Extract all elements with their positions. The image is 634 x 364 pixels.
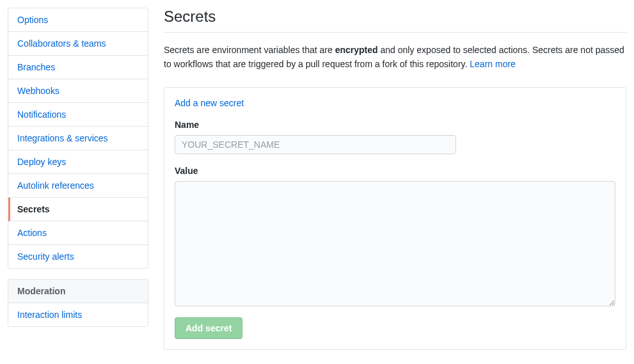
main-content: Secrets Secrets are environment variable… [164,8,626,350]
form-title: Add a new secret [175,98,615,108]
page-description: Secrets are environment variables that a… [164,43,626,72]
settings-sidebar: Options Collaborators & teams Branches W… [8,8,148,350]
secret-name-input[interactable] [175,135,456,154]
sidebar-nav-moderation: Moderation Interaction limits [8,279,148,327]
sidebar-item-autolink[interactable]: Autolink references [8,174,148,198]
sidebar-item-deploy-keys[interactable]: Deploy keys [8,150,148,174]
description-text-pre: Secrets are environment variables that a… [164,45,335,55]
sidebar-item-webhooks[interactable]: Webhooks [8,79,148,103]
sidebar-item-security-alerts[interactable]: Security alerts [8,245,148,268]
sidebar-item-collaborators[interactable]: Collaborators & teams [8,32,148,56]
sidebar-item-interaction-limits[interactable]: Interaction limits [8,303,148,326]
sidebar-item-options[interactable]: Options [8,8,148,32]
sidebar-item-integrations[interactable]: Integrations & services [8,127,148,150]
sidebar-nav-main: Options Collaborators & teams Branches W… [8,8,148,269]
value-label: Value [175,166,615,176]
sidebar-item-secrets[interactable]: Secrets [8,198,148,221]
sidebar-item-actions[interactable]: Actions [8,221,148,245]
add-secret-form: Add a new secret Name Value Add secret [164,87,626,350]
description-strong: encrypted [335,45,378,55]
sidebar-item-branches[interactable]: Branches [8,56,148,79]
page-title: Secrets [164,8,626,33]
secret-value-input[interactable] [175,181,615,306]
learn-more-link[interactable]: Learn more [470,59,516,69]
add-secret-button[interactable]: Add secret [175,317,242,339]
name-label: Name [175,120,615,130]
sidebar-header-moderation: Moderation [8,280,148,303]
sidebar-item-notifications[interactable]: Notifications [8,103,148,127]
